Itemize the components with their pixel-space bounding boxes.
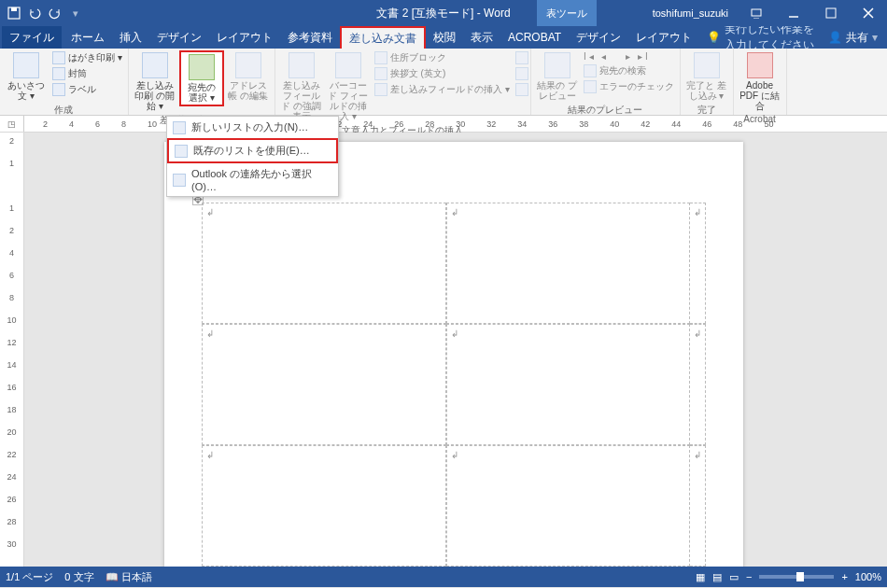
contextual-tab-label: 表ツール (537, 0, 597, 26)
zoom-slider[interactable] (759, 575, 834, 579)
tab-acrobat[interactable]: ACROBAT (500, 26, 569, 49)
redo-icon[interactable] (47, 5, 63, 21)
zoom-in-button[interactable]: + (841, 571, 847, 582)
barcode-icon (335, 52, 361, 78)
zoom-out-button[interactable]: − (746, 571, 752, 582)
greeting-line-button: 挨拶文 (英文) (373, 66, 512, 81)
svg-rect-1 (11, 7, 17, 11)
find-recipient-button: 宛先の検索 (582, 63, 676, 78)
outlook-icon (173, 174, 186, 187)
envelope-icon (52, 67, 65, 80)
page[interactable]: ✥ ↲↲↲ ↲↲↲ ↲↲↲ (164, 142, 743, 567)
label-icon (52, 83, 65, 96)
label-button[interactable]: ラベル (50, 82, 124, 97)
outlook-contacts-item[interactable]: Outlook の連絡先から選択(O)… (167, 163, 338, 196)
lightbulb-icon: 💡 (707, 31, 721, 44)
editlist-icon (235, 52, 261, 78)
tab-insert[interactable]: 挿入 (112, 26, 149, 49)
account-name[interactable]: toshifumi_suzuki (643, 7, 738, 19)
table-cell[interactable]: ↲ (690, 203, 706, 324)
existing-list-icon (175, 145, 188, 158)
table-cell[interactable]: ↲ (446, 445, 691, 567)
chevron-down-icon: ▾ (872, 31, 878, 44)
view-read-icon[interactable]: ▤ (712, 571, 722, 583)
record-nav: ⅼ◂ ◂ ▸ ▸ⅼ (582, 50, 676, 63)
table-cell[interactable]: ↲ (202, 324, 446, 445)
tab-review[interactable]: 校閲 (426, 26, 463, 49)
group-create: 作成 (4, 103, 124, 118)
start-mailmerge-button[interactable]: 差し込み印刷 の開始 ▾ (133, 50, 177, 113)
label-grid: ↲↲↲ ↲↲↲ ↲↲↲ (202, 203, 706, 567)
new-list-item[interactable]: 新しいリストの入力(N)… (167, 117, 338, 138)
greeting-icon (13, 52, 39, 78)
envelope-button[interactable]: 封筒 (50, 66, 124, 81)
rules-icon (515, 51, 528, 64)
undo-icon[interactable] (26, 5, 43, 21)
word-count[interactable]: 0 文字 (64, 570, 93, 584)
adobe-pdf-button[interactable]: Adobe PDF に結合 (738, 50, 782, 113)
table-cell[interactable]: ↲ (202, 445, 446, 567)
tab-home[interactable]: ホーム (63, 26, 112, 49)
svg-rect-2 (752, 9, 761, 16)
view-print-icon[interactable]: ▦ (696, 571, 705, 583)
maximize-button[interactable] (812, 0, 850, 26)
tab-design[interactable]: デザイン (149, 26, 209, 49)
ribbon-options-icon[interactable] (738, 0, 775, 26)
postcard-icon (52, 51, 65, 64)
qat-more-icon[interactable]: ▾ (67, 5, 84, 21)
match-fields-icon (515, 67, 528, 80)
tab-view[interactable]: 表示 (463, 26, 500, 49)
tab-file[interactable]: ファイル (2, 26, 62, 49)
tab-table-layout[interactable]: レイアウト (628, 26, 699, 49)
error-icon (584, 80, 597, 93)
table-cell[interactable]: ↲ (446, 203, 691, 324)
greeting-text-button[interactable]: あいさつ 文 ▾ (4, 50, 49, 103)
language[interactable]: 📖 日本語 (106, 570, 152, 584)
addrblock-icon (374, 51, 387, 64)
tab-mailings[interactable]: 差し込み文書 (340, 26, 426, 49)
minimize-button[interactable] (775, 0, 812, 26)
insert-merge-field-button: 差し込みフィールドの挿入 ▾ (373, 82, 512, 97)
select-recipients-button[interactable]: 宛先の 選択 ▾ (179, 50, 224, 106)
table-cell[interactable]: ↲ (446, 324, 691, 445)
adobe-icon (747, 52, 773, 78)
group-finish: 完了 (684, 103, 729, 118)
tab-references[interactable]: 参考資料 (280, 26, 340, 49)
tab-layout[interactable]: レイアウト (209, 26, 280, 49)
table-cell[interactable]: ↲ (202, 203, 446, 324)
table-cell[interactable]: ↲ (690, 445, 706, 567)
hagaki-button[interactable]: はがき印刷 ▾ (50, 50, 124, 65)
type-list-icon (173, 121, 186, 134)
tell-me-box[interactable]: 💡 実行したい作業を入力してください (699, 26, 819, 49)
page-count[interactable]: 1/1 ページ (6, 570, 53, 584)
mailmerge-icon (142, 52, 168, 78)
barcode-button: バーコード フィールドの挿入 ▾ (326, 50, 371, 123)
ruler-corner: ◳ (0, 116, 24, 132)
highlight-fields-button: 差し込みフィールド の強調表示 (279, 50, 324, 123)
share-button[interactable]: 👤 共有 ▾ (819, 26, 887, 49)
preview-results-button: 結果の プレビュー (535, 50, 580, 103)
recipients-dropdown: 新しいリストの入力(N)… 既存のリストを使用(E)… Outlook の連絡先… (166, 116, 339, 197)
greeting-line-icon (374, 67, 387, 80)
recipients-icon (189, 54, 215, 80)
check-errors-button: エラーのチェック (582, 79, 676, 94)
vertical-ruler[interactable]: 21124681012141618202224262830 (0, 133, 24, 567)
group-acrobat: Acrobat (738, 113, 782, 125)
update-labels-icon (515, 83, 528, 96)
edit-recipients-button: アドレス帳 の編集 (226, 50, 271, 103)
finish-merge-button: 完了と 差し込み ▾ (684, 50, 729, 103)
tab-table-design[interactable]: デザイン (569, 26, 628, 49)
group-preview: 結果のプレビュー (535, 103, 676, 118)
close-button[interactable] (850, 0, 887, 26)
save-icon[interactable] (6, 5, 22, 21)
preview-icon (544, 52, 570, 78)
view-web-icon[interactable]: ▭ (729, 571, 739, 583)
document-canvas[interactable]: ✥ ↲↲↲ ↲↲↲ ↲↲↲ (24, 133, 887, 567)
insfield-icon (374, 83, 387, 96)
address-block-button: 住所ブロック (373, 50, 512, 65)
window-title: 文書 2 [互換モード] - Word (376, 6, 510, 21)
existing-list-item[interactable]: 既存のリストを使用(E)… (167, 138, 338, 163)
zoom-level[interactable]: 100% (855, 571, 881, 582)
finish-icon (694, 52, 720, 78)
table-cell[interactable]: ↲ (690, 324, 706, 445)
